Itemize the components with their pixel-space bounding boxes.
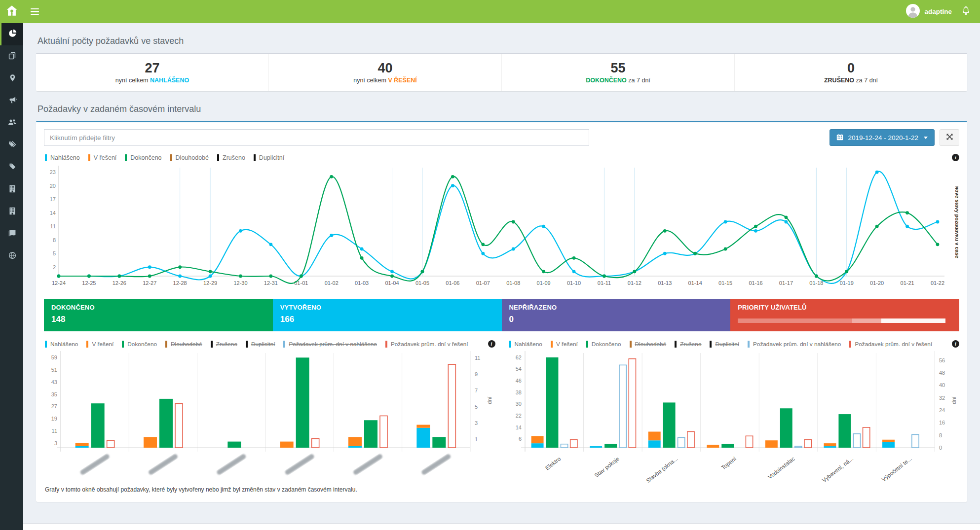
legend-label: Požadavek prům. dní v řešení bbox=[855, 341, 932, 348]
svg-text:12-29: 12-29 bbox=[203, 280, 217, 286]
svg-text:54: 54 bbox=[515, 366, 521, 372]
svg-text:01-05: 01-05 bbox=[415, 280, 429, 286]
stat-label: NAHLÁŠENO bbox=[150, 77, 189, 84]
legend-label: Zrušeno bbox=[216, 341, 237, 348]
svg-text:3: 3 bbox=[475, 420, 478, 426]
date-range-button[interactable]: 2019-12-24 - 2020-1-22 bbox=[829, 129, 935, 146]
svg-text:48: 48 bbox=[939, 370, 945, 376]
fullscreen-button[interactable] bbox=[940, 129, 959, 146]
stat-prefix: nyní celkem bbox=[115, 77, 149, 84]
svg-text:7: 7 bbox=[475, 388, 478, 393]
sidebar-item-tags[interactable] bbox=[0, 134, 23, 156]
legend-label: Zrušeno bbox=[223, 154, 245, 161]
svg-text:56: 56 bbox=[939, 357, 945, 363]
legend-item[interactable]: Požadavek prům. dní v nahlášeno bbox=[748, 341, 841, 348]
svg-text:12-31: 12-31 bbox=[264, 280, 278, 286]
legend-item[interactable]: Dlouhodobé bbox=[165, 341, 202, 348]
svg-text:01-17: 01-17 bbox=[779, 280, 793, 286]
legend-item[interactable]: Dokončeno bbox=[122, 341, 157, 348]
legend-item[interactable]: Duplicitní bbox=[710, 341, 739, 348]
stat-nahlaseno: 27 nyní celkem NAHLÁŠENO bbox=[36, 54, 269, 91]
svg-text:01-03: 01-03 bbox=[355, 280, 369, 286]
svg-text:Vodoinstalac: Vodoinstalac bbox=[767, 456, 796, 480]
svg-text:5: 5 bbox=[475, 404, 478, 410]
sidebar-item-tag[interactable] bbox=[0, 156, 23, 178]
legend-item[interactable]: Duplicitní bbox=[254, 154, 284, 161]
svg-text:12-27: 12-27 bbox=[143, 280, 156, 286]
legend-label: V řešení bbox=[92, 341, 113, 348]
legend-swatch bbox=[88, 154, 90, 161]
sidebar-item-requests[interactable] bbox=[0, 45, 23, 68]
sidebar-toggle-button[interactable] bbox=[23, 0, 46, 23]
sidebar-item-locations[interactable] bbox=[0, 68, 23, 90]
svg-text:43: 43 bbox=[51, 379, 57, 385]
legend-item[interactable]: Nahlášeno bbox=[45, 341, 78, 348]
info-icon[interactable]: i bbox=[488, 340, 495, 348]
sidebar-item-book[interactable] bbox=[0, 223, 23, 245]
svg-text:30: 30 bbox=[515, 401, 521, 407]
svg-text:01-07: 01-07 bbox=[476, 280, 490, 286]
legend-item[interactable]: V řešení bbox=[551, 341, 578, 348]
legend-item[interactable]: Dokončeno bbox=[125, 154, 161, 161]
svg-text:8: 8 bbox=[53, 237, 56, 243]
svg-text:40: 40 bbox=[939, 383, 945, 389]
tags-icon bbox=[8, 141, 17, 150]
legend-item[interactable]: Dlouhodobé bbox=[630, 341, 667, 348]
sidebar-item-users[interactable] bbox=[0, 112, 23, 134]
stat-value: 55 bbox=[502, 61, 734, 76]
legend-item[interactable]: Požadavek prům. dní v řešení bbox=[385, 341, 468, 348]
sidebar-item-dashboard[interactable] bbox=[0, 23, 23, 45]
svg-text:24: 24 bbox=[939, 407, 945, 413]
interval-box: 2019-12-24 - 2020-1-22 NahlášenoV řešení… bbox=[36, 121, 967, 502]
filter-input[interactable] bbox=[44, 129, 589, 146]
sidebar bbox=[0, 23, 23, 530]
legend-swatch bbox=[675, 341, 677, 348]
notifications-button[interactable] bbox=[962, 6, 970, 17]
svg-text:2: 2 bbox=[53, 264, 56, 270]
app-logo[interactable] bbox=[0, 0, 23, 23]
svg-text:3: 3 bbox=[54, 440, 57, 446]
legend-swatch bbox=[217, 154, 219, 161]
legend-item[interactable]: Zrušeno bbox=[675, 341, 701, 348]
legend-item[interactable]: Zrušeno bbox=[211, 341, 237, 348]
charts-footnote: Grafy v tomto okně obsahují požadavky, k… bbox=[45, 486, 959, 493]
users-icon bbox=[8, 118, 17, 128]
svg-text:Elektro: Elektro bbox=[544, 456, 562, 471]
info-icon[interactable]: i bbox=[952, 154, 959, 161]
sidebar-item-building-2[interactable] bbox=[0, 201, 23, 223]
legend-item[interactable]: Duplicitní bbox=[246, 341, 275, 348]
sidebar-item-building-1[interactable] bbox=[0, 178, 23, 201]
topbar: adaptine bbox=[0, 0, 980, 23]
legend-swatch bbox=[170, 154, 172, 161]
bullhorn-icon bbox=[8, 96, 17, 106]
legend-label: Zrušeno bbox=[680, 341, 701, 348]
book-icon bbox=[8, 229, 16, 239]
legend-item[interactable]: V řešení bbox=[86, 341, 113, 348]
legend-item[interactable]: Požadavek prům. dní v nahlášeno bbox=[283, 341, 377, 348]
svg-text:11: 11 bbox=[475, 355, 480, 361]
legend-item[interactable]: Nahlášeno bbox=[45, 154, 80, 161]
line-chart-legend: NahlášenoV řešeníDokončenoDlouhodobéZruš… bbox=[45, 154, 959, 161]
legend-item[interactable]: Dlouhodobé bbox=[170, 154, 209, 161]
user-menu[interactable]: adaptine bbox=[906, 4, 952, 20]
legend-label: V řešení bbox=[556, 341, 578, 348]
svg-text:16: 16 bbox=[939, 420, 945, 425]
sidebar-item-announcements[interactable] bbox=[0, 90, 23, 112]
summary-label: PRIORITY UŽIVATELŮ bbox=[738, 304, 952, 311]
stat-prefix: nyní celkem bbox=[353, 77, 386, 84]
legend-item[interactable]: Požadavek prům. dní v řešení bbox=[849, 341, 932, 348]
stat-v-reseni: 40 nyní celkem V ŘEŠENÍ bbox=[269, 54, 502, 91]
sidebar-item-globe[interactable] bbox=[0, 245, 23, 267]
line-chart: 258111417202312-2412-2512-2612-2712-2812… bbox=[44, 163, 959, 292]
legend-item[interactable]: Nahlášeno bbox=[509, 341, 542, 348]
legend-swatch bbox=[254, 154, 256, 161]
legend-item[interactable]: Zrušeno bbox=[217, 154, 245, 161]
map-marker-icon bbox=[9, 74, 16, 84]
legend-item[interactable]: Dokončeno bbox=[586, 341, 621, 348]
pie-chart-icon bbox=[8, 29, 17, 39]
summary-label: NEPŘIŘAZENO bbox=[509, 304, 723, 311]
summary-value: 0 bbox=[509, 315, 723, 324]
legend-item[interactable]: V řešení bbox=[88, 154, 117, 161]
info-icon[interactable]: i bbox=[952, 340, 959, 348]
svg-text:27: 27 bbox=[51, 403, 57, 409]
